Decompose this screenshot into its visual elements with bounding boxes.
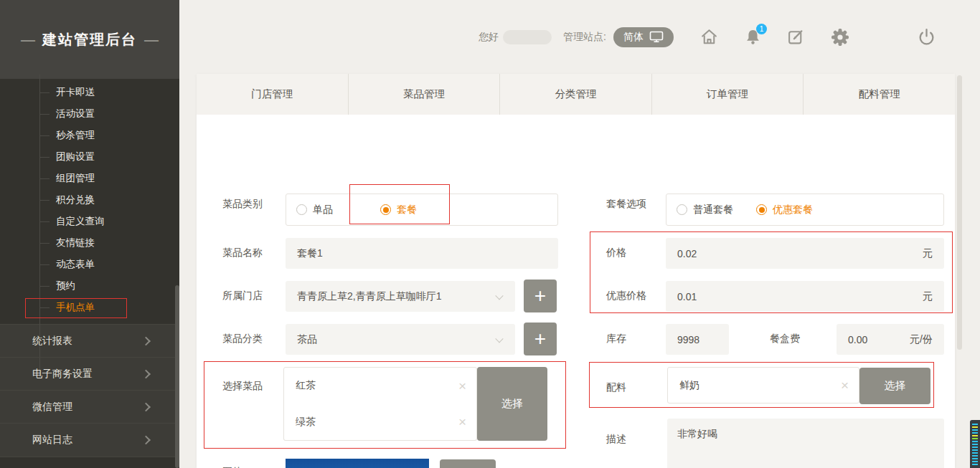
dish-class-label: 菜品分类 bbox=[222, 333, 263, 344]
dish-category-label: 菜品类别 bbox=[222, 198, 263, 209]
selected-dish-row: 绿茶 × bbox=[283, 403, 477, 441]
combo-option-label: 套餐选项 bbox=[606, 198, 646, 209]
radio-discount-combo-label: 优惠套餐 bbox=[773, 204, 813, 216]
sidebar-item-dynamic-form[interactable]: 动态表单 bbox=[0, 254, 179, 275]
discount-price-label: 优惠价格 bbox=[606, 290, 646, 301]
sidebar-item-group-buy[interactable]: 团购设置 bbox=[0, 146, 179, 168]
site-label: 管理站点: bbox=[563, 31, 606, 44]
sidebar-item-reservation[interactable]: 预约 bbox=[0, 275, 179, 297]
greeting-text: 您好 bbox=[479, 31, 499, 44]
discount-price-unit: 元 bbox=[923, 290, 933, 303]
chevron-right-icon bbox=[141, 402, 151, 411]
remove-dish-icon[interactable]: × bbox=[458, 415, 476, 429]
widget-stripes bbox=[972, 424, 978, 466]
remove-ingredient-icon[interactable]: × bbox=[841, 378, 859, 392]
sidebar-item-group-manage[interactable]: 组团管理 bbox=[0, 168, 179, 189]
sidebar-section-site-log[interactable]: 网站日志 bbox=[0, 424, 179, 457]
select-ingredient-button[interactable]: 选择 bbox=[859, 368, 930, 404]
sidebar-item-points-exchange[interactable]: 积分兑换 bbox=[0, 189, 179, 211]
radio-single-item[interactable] bbox=[296, 204, 307, 215]
sidebar-sections: 统计报表 电子商务设置 微信管理 网站日志 bbox=[0, 324, 179, 457]
select-image-button[interactable]: 选择图片 bbox=[440, 459, 496, 468]
description-label: 描述 bbox=[606, 433, 626, 444]
sidebar-section-statistics[interactable]: 统计报表 bbox=[0, 325, 179, 358]
store-select[interactable]: 青青原上草2,青青原上草咖啡厅1 bbox=[286, 281, 515, 312]
dish-class-select[interactable]: 茶品 bbox=[286, 324, 515, 355]
main-content-card: 门店管理 菜品管理 分类管理 订单管理 配料管理 菜品类别 单品 套餐 套餐选项… bbox=[197, 74, 955, 468]
radio-normal-combo[interactable] bbox=[677, 204, 687, 215]
tab-category-management[interactable]: 分类管理 bbox=[499, 74, 651, 115]
logout-button[interactable] bbox=[918, 28, 936, 46]
radio-discount-combo[interactable] bbox=[756, 204, 767, 215]
discount-price-input[interactable]: 0.01 元 bbox=[666, 281, 944, 312]
store-label: 所属门店 bbox=[222, 290, 263, 301]
sidebar-item-card-gift[interactable]: 开卡即送 bbox=[0, 82, 179, 103]
dish-form: 菜品类别 单品 套餐 套餐选项 普通套餐 优惠套餐 菜品名称 套餐1 价格 0.… bbox=[197, 115, 955, 468]
chevron-right-icon bbox=[141, 436, 151, 445]
edit-button[interactable] bbox=[787, 28, 805, 46]
remove-dish-icon[interactable]: × bbox=[458, 379, 476, 393]
home-button[interactable] bbox=[699, 27, 719, 47]
sidebar-header: — 建站管理后台 — bbox=[0, 0, 179, 79]
selected-dish-row: 红茶 × bbox=[283, 367, 477, 404]
page-scrollbar[interactable] bbox=[957, 75, 962, 350]
dish-name-label: 菜品名称 bbox=[222, 247, 263, 258]
tab-store-management[interactable]: 门店管理 bbox=[197, 74, 348, 115]
box-fee-unit: 元/份 bbox=[910, 333, 933, 346]
dish-name-input[interactable]: 套餐1 bbox=[286, 238, 558, 269]
sidebar-submenu: 开卡即送 活动设置 秒杀管理 团购设置 组团管理 积分兑换 自定义查询 友情链接… bbox=[0, 79, 179, 318]
sidebar-item-activity-settings[interactable]: 活动设置 bbox=[0, 103, 179, 125]
notification-badge: 1 bbox=[756, 24, 767, 34]
description-textarea[interactable]: 非常好喝 bbox=[667, 419, 944, 468]
add-store-button[interactable]: + bbox=[524, 280, 557, 312]
ingredients-label: 配料 bbox=[606, 381, 626, 393]
tab-order-management[interactable]: 订单管理 bbox=[651, 74, 804, 115]
box-fee-label: 餐盒费 bbox=[770, 333, 800, 344]
sidebar-item-friend-links[interactable]: 友情链接 bbox=[0, 232, 179, 254]
add-class-button[interactable]: + bbox=[524, 323, 557, 355]
username-redacted bbox=[503, 30, 552, 44]
sidebar-section-wechat[interactable]: 微信管理 bbox=[0, 391, 179, 424]
tab-dish-management[interactable]: 菜品管理 bbox=[348, 74, 500, 115]
stock-input[interactable]: 9998 bbox=[666, 324, 729, 355]
chevron-down-icon bbox=[495, 335, 503, 343]
dish-image-thumbnail bbox=[286, 459, 429, 468]
radio-single-item-label: 单品 bbox=[313, 204, 333, 216]
price-input[interactable]: 0.02 元 bbox=[666, 238, 944, 269]
title-dash-right: — bbox=[144, 32, 159, 48]
power-icon bbox=[918, 28, 936, 46]
sidebar: — 建站管理后台 — 开卡即送 活动设置 秒杀管理 团购设置 组团管理 积分兑换… bbox=[0, 0, 179, 468]
widget-stripe-yellow bbox=[972, 435, 978, 436]
select-dishes-label: 选择菜品 bbox=[222, 380, 263, 391]
radio-combo[interactable] bbox=[380, 204, 391, 215]
sidebar-scrollbar[interactable] bbox=[175, 285, 179, 468]
sidebar-item-custom-query[interactable]: 自定义查询 bbox=[0, 211, 179, 232]
app-title: 建站管理后台 bbox=[42, 30, 137, 49]
title-dash-left: — bbox=[21, 32, 35, 48]
home-icon bbox=[699, 27, 719, 47]
radio-combo-label: 套餐 bbox=[397, 204, 417, 216]
chevron-down-icon bbox=[495, 292, 503, 300]
price-unit: 元 bbox=[923, 247, 933, 260]
notifications-button[interactable]: 1 bbox=[745, 29, 761, 45]
chevron-right-icon bbox=[141, 336, 151, 345]
settings-button[interactable] bbox=[831, 28, 849, 47]
box-fee-input[interactable]: 0.00 元/份 bbox=[837, 324, 944, 355]
corner-widget[interactable] bbox=[970, 420, 980, 468]
stock-label: 库存 bbox=[606, 333, 626, 344]
widget-stripe-yellow bbox=[972, 426, 978, 428]
sidebar-item-flash-sale[interactable]: 秒杀管理 bbox=[0, 125, 179, 146]
dish-category-group: 单品 套餐 bbox=[286, 194, 558, 226]
apps-button[interactable] bbox=[875, 29, 892, 45]
combo-option-group: 普通套餐 优惠套餐 bbox=[666, 194, 944, 226]
sidebar-item-mobile-order[interactable]: 手机点单 bbox=[0, 297, 179, 318]
widget-stripe-green bbox=[972, 438, 978, 439]
language-button[interactable]: 简体 bbox=[613, 27, 674, 47]
top-header: 您好 管理站点: 简体 1 bbox=[179, 0, 980, 74]
edit-icon bbox=[787, 28, 805, 46]
radio-normal-combo-label: 普通套餐 bbox=[693, 204, 733, 216]
select-dishes-button[interactable]: 选择 bbox=[477, 367, 547, 441]
tab-ingredient-management[interactable]: 配料管理 bbox=[803, 74, 955, 115]
chevron-right-icon bbox=[141, 369, 151, 378]
sidebar-section-ecommerce[interactable]: 电子商务设置 bbox=[0, 358, 179, 391]
